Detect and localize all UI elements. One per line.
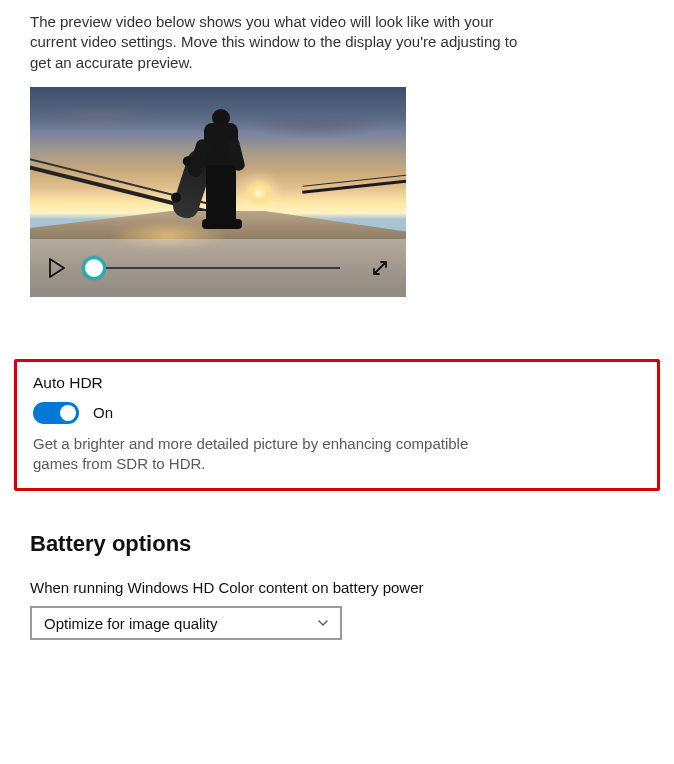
battery-dropdown-label: When running Windows HD Color content on… <box>30 579 644 596</box>
railing-decoration <box>302 179 406 193</box>
auto-hdr-toggle-row: On <box>33 402 641 424</box>
video-controls <box>30 239 406 297</box>
person-silhouette <box>182 109 252 235</box>
auto-hdr-heading: Auto HDR <box>33 374 641 392</box>
seek-slider[interactable] <box>82 253 340 283</box>
auto-hdr-toggle[interactable] <box>33 402 79 424</box>
video-preview-description: The preview video below shows you what v… <box>30 12 540 73</box>
battery-mode-dropdown[interactable]: Optimize for image quality <box>30 606 342 640</box>
chevron-down-icon <box>316 616 330 630</box>
auto-hdr-description: Get a brighter and more detailed picture… <box>33 434 493 475</box>
play-button[interactable] <box>48 258 66 278</box>
cloud-decoration <box>246 113 386 139</box>
play-icon <box>48 258 66 278</box>
seek-track <box>94 267 340 269</box>
fullscreen-icon <box>370 258 390 278</box>
auto-hdr-section-highlight: Auto HDR On Get a brighter and more deta… <box>14 359 660 492</box>
battery-options-heading: Battery options <box>30 531 644 557</box>
battery-mode-selected: Optimize for image quality <box>44 615 217 632</box>
auto-hdr-toggle-state: On <box>93 404 113 421</box>
fullscreen-button[interactable] <box>370 258 390 278</box>
cloud-decoration <box>40 105 160 127</box>
seek-thumb[interactable] <box>82 256 106 280</box>
svg-marker-0 <box>50 259 64 277</box>
video-preview <box>30 87 406 297</box>
toggle-knob <box>60 405 76 421</box>
